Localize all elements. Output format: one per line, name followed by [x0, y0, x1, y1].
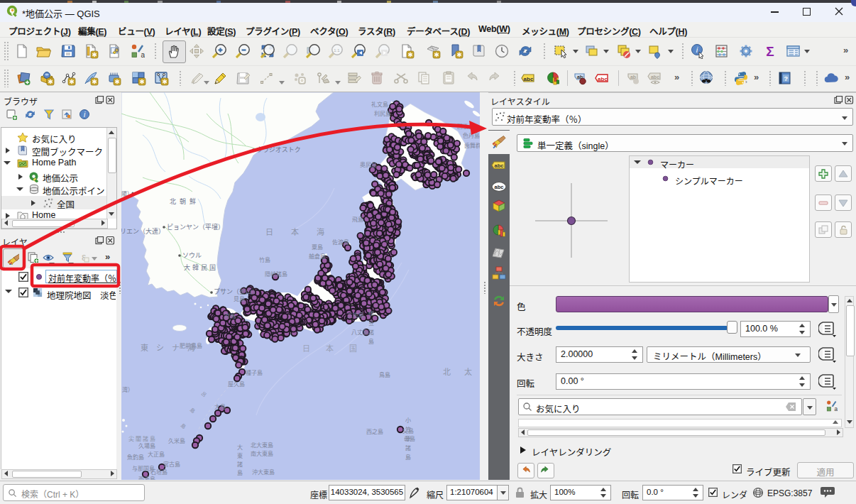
- svg-text:色丹島: 色丹島: [463, 132, 480, 139]
- svg-text:諸: 諸: [237, 461, 243, 468]
- svg-text:abc: abc: [524, 76, 534, 82]
- svg-text:国: 国: [209, 264, 216, 271]
- svg-text:島: 島: [368, 338, 374, 345]
- svg-text:大正島: 大正島: [148, 451, 165, 458]
- svg-text:a: a: [835, 406, 838, 412]
- svg-text:abc: abc: [651, 75, 659, 80]
- svg-text:ソウル: ソウル: [182, 252, 202, 259]
- svg-text:ab: ab: [630, 75, 636, 80]
- svg-text:諸: 諸: [368, 329, 374, 336]
- svg-text:久場島: 久場島: [138, 442, 155, 449]
- svg-text:久米島: 久米島: [168, 437, 185, 444]
- svg-text:ナ: ナ: [172, 344, 180, 352]
- svg-text:舳倉島: 舳倉島: [309, 253, 326, 260]
- svg-text:小: 小: [405, 417, 411, 424]
- svg-text:沖大東島: 沖大東島: [252, 469, 275, 476]
- svg-text:対馬: 対馬: [224, 312, 236, 319]
- svg-text:1:1: 1:1: [334, 48, 340, 53]
- svg-text:民: 民: [201, 264, 207, 271]
- svg-text:佐渡島: 佐渡島: [332, 239, 349, 246]
- svg-text:粟島: 粟島: [312, 243, 323, 251]
- svg-text:東: 東: [237, 452, 243, 459]
- svg-text:石垣島: 石垣島: [150, 469, 168, 476]
- svg-text:諸: 諸: [405, 444, 411, 451]
- svg-text:飛島: 飛島: [352, 216, 363, 223]
- svg-text:韓: 韓: [192, 263, 199, 271]
- svg-text:笠: 笠: [405, 426, 411, 433]
- svg-text:日: 日: [265, 228, 273, 236]
- svg-text:島: 島: [405, 454, 411, 461]
- svg-text:ウラジオストク: ウラジオストク: [256, 146, 301, 153]
- svg-text:湾）: 湾）: [122, 386, 133, 393]
- svg-text:原: 原: [405, 436, 411, 442]
- svg-text:利尻島: 利尻島: [374, 110, 391, 117]
- svg-text:海: 海: [317, 227, 324, 236]
- svg-text:礼文島: 礼文島: [371, 101, 388, 108]
- svg-text:豆: 豆: [368, 320, 374, 327]
- svg-text:本: 本: [291, 227, 299, 236]
- svg-text:三宅島: 三宅島: [347, 312, 364, 319]
- svg-text:abc: abc: [495, 184, 504, 190]
- svg-text:本: 本: [326, 344, 334, 353]
- svg-text:鮮: 鮮: [190, 197, 196, 205]
- svg-text:宮古島: 宮古島: [163, 461, 180, 468]
- svg-text:プサン（釜山）: プサン（釜山）: [214, 287, 258, 295]
- svg-text:尖: 尖: [128, 435, 134, 442]
- svg-text:大島: 大島: [214, 403, 226, 410]
- svg-text:朝: 朝: [180, 198, 186, 205]
- svg-text:種子島: 種子島: [246, 369, 263, 376]
- svg-text:北大東島: 北大東島: [251, 442, 273, 449]
- svg-text:?: ?: [784, 75, 788, 82]
- svg-text:大: 大: [237, 444, 243, 451]
- svg-text:魚釣島: 魚釣島: [127, 454, 144, 461]
- svg-text:隠岐諸島: 隠岐諸島: [265, 270, 287, 278]
- svg-text:閣: 閣: [136, 436, 141, 442]
- svg-text:奥尻島: 奥尻島: [360, 161, 377, 168]
- svg-text:島: 島: [237, 469, 243, 476]
- svg-text:見島: 見島: [234, 295, 245, 302]
- svg-text:リエン（大連）: リエン（大連）: [121, 227, 165, 235]
- svg-text:鳥島: 鳥島: [379, 371, 390, 378]
- svg-text:八丈島: 八丈島: [351, 329, 368, 336]
- svg-text:ピョンヤン（平壌）: ピョンヤン（平壌）: [167, 223, 224, 231]
- svg-text:竹島: 竹島: [259, 256, 270, 263]
- svg-text:日: 日: [302, 344, 310, 353]
- svg-text:abc: abc: [598, 76, 608, 82]
- svg-text:肥前鳥島: 肥前鳥島: [180, 342, 202, 349]
- svg-text:西表島: 西表島: [138, 476, 155, 480]
- svg-text:太: 太: [464, 368, 472, 376]
- svg-text:›: ›: [745, 79, 747, 85]
- svg-text:国後島: 国後島: [457, 123, 474, 130]
- svg-text:南大東島: 南大東島: [251, 450, 273, 457]
- svg-text:北: 北: [170, 198, 176, 205]
- svg-text:北: 北: [443, 368, 451, 376]
- svg-text:歯舞群島: 歯舞群島: [464, 142, 480, 149]
- svg-text:Σ: Σ: [766, 44, 774, 59]
- svg-text:a: a: [141, 51, 146, 59]
- svg-text:東: 東: [141, 344, 148, 352]
- svg-text:国: 国: [349, 344, 357, 353]
- svg-text:abc: abc: [495, 163, 504, 169]
- svg-text:屋久島: 屋久島: [228, 380, 245, 388]
- svg-text:西之島: 西之島: [366, 428, 383, 435]
- svg-text:伊: 伊: [368, 310, 374, 317]
- svg-text:陽）: 陽）: [121, 191, 133, 197]
- svg-text:大: 大: [184, 263, 190, 271]
- svg-text:諸: 諸: [143, 435, 148, 442]
- svg-text:島: 島: [150, 435, 155, 442]
- svg-text:シ: シ: [156, 344, 164, 352]
